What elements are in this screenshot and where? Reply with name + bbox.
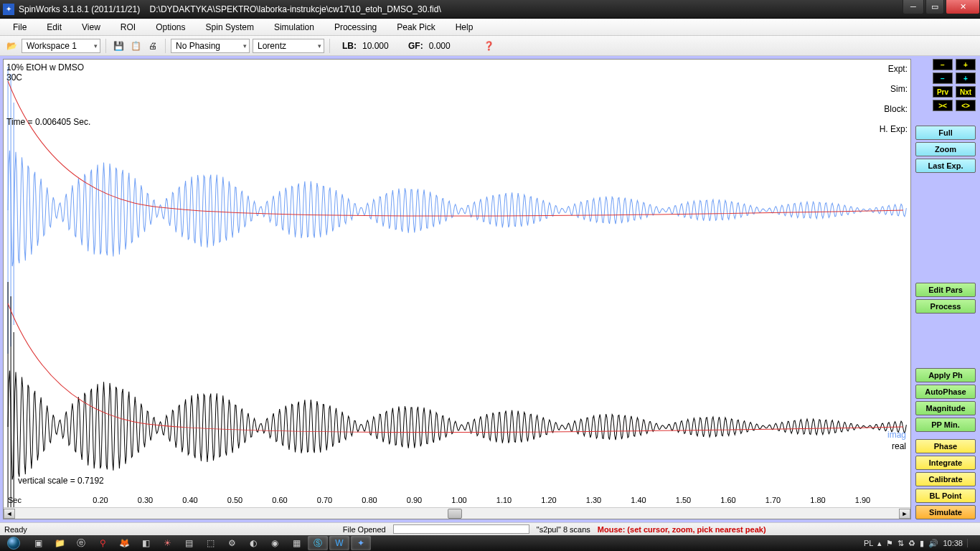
- taskbar-app1-icon[interactable]: ◧: [136, 536, 156, 550]
- taskbar-ie-icon[interactable]: ⓔ: [71, 536, 91, 550]
- taskbar-explorer-icon[interactable]: 📁: [50, 536, 70, 550]
- taskbar-pin-icon[interactable]: ⚲: [93, 536, 113, 550]
- horizontal-scrollbar[interactable]: ◄ ►: [4, 507, 910, 519]
- menu-spin-system[interactable]: Spin System: [196, 20, 264, 34]
- maximize-button[interactable]: ▭: [925, 0, 944, 14]
- menu-file[interactable]: File: [3, 20, 37, 34]
- plot-area[interactable]: 10% EtOH w DMSO 30C Time = 0.006405 Sec.…: [3, 59, 911, 519]
- fid-waveform: [4, 60, 910, 519]
- statusbar: Ready File Opened "s2pul" 8 scans Mouse:…: [0, 522, 980, 535]
- sample-label-2: 30C: [6, 72, 22, 83]
- taskbar-firefox-icon[interactable]: 🦊: [114, 536, 134, 550]
- minimize-button[interactable]: ─: [903, 0, 924, 14]
- x-tick: 0.40: [182, 496, 197, 504]
- sim-buttons: − +: [915, 72, 976, 84]
- print-icon[interactable]: 🖨: [146, 39, 160, 53]
- menu-roi[interactable]: ROI: [110, 20, 146, 34]
- taskbar-app4-icon[interactable]: ⬚: [200, 536, 220, 550]
- x-tick: 1.30: [586, 496, 601, 504]
- menu-help[interactable]: Help: [446, 20, 484, 34]
- tray-wifi-icon[interactable]: ▮: [920, 539, 924, 548]
- lb-label: LB:: [342, 41, 357, 51]
- menu-view[interactable]: View: [72, 20, 110, 34]
- status-ready: Ready: [4, 525, 27, 534]
- tray-vol-icon[interactable]: 🔊: [928, 539, 938, 548]
- sim-plus-button[interactable]: +: [956, 72, 976, 84]
- expt-minus-button[interactable]: −: [933, 59, 953, 70]
- gf-value[interactable]: 0.000: [429, 41, 465, 51]
- open-icon[interactable]: 📂: [4, 39, 19, 53]
- x-tick: 0.60: [272, 496, 287, 504]
- x-tick: 1.10: [496, 496, 512, 504]
- tray-net-icon[interactable]: ⇅: [897, 539, 904, 548]
- expt-plus-button[interactable]: +: [956, 59, 976, 70]
- taskbar-media-icon[interactable]: ▣: [28, 536, 48, 550]
- hexp-expand-button[interactable]: <>: [956, 100, 976, 111]
- calibrate-button[interactable]: Calibrate: [915, 472, 976, 486]
- blpoint-button[interactable]: BL Point: [915, 489, 976, 503]
- block-next-button[interactable]: Nxt: [956, 86, 976, 98]
- taskbar-app6-icon[interactable]: ◐: [243, 536, 263, 550]
- spacer: [915, 113, 976, 123]
- tray-shield-icon[interactable]: ♻: [908, 539, 915, 548]
- magnitude-button[interactable]: Magnitude: [915, 401, 976, 415]
- copy-icon[interactable]: 📋: [128, 39, 143, 53]
- menu-edit[interactable]: Edit: [37, 20, 72, 34]
- scroll-left-icon[interactable]: ◄: [4, 509, 15, 519]
- process-button[interactable]: Process: [915, 299, 976, 314]
- scroll-right-icon[interactable]: ►: [899, 509, 910, 519]
- help-icon[interactable]: ❓: [482, 39, 496, 53]
- editpars-button[interactable]: Edit Pars: [915, 283, 976, 297]
- phasing-combo[interactable]: No Phasing: [171, 39, 250, 53]
- lb-value[interactable]: 10.000: [362, 41, 398, 51]
- menu-options[interactable]: Options: [146, 20, 195, 34]
- zoom-button[interactable]: Zoom: [915, 142, 976, 156]
- autophase-button[interactable]: AutoPhase: [915, 385, 976, 399]
- tray-up-icon[interactable]: ▴: [877, 539, 882, 548]
- spacer: [915, 434, 976, 437]
- tray-lang[interactable]: PL: [864, 539, 873, 547]
- taskbar-word-icon[interactable]: W: [329, 536, 349, 550]
- show-desktop-button[interactable]: [967, 539, 974, 547]
- close-button[interactable]: ✕: [946, 0, 980, 14]
- tray-clock[interactable]: 10:38: [943, 539, 963, 547]
- menu-simulation[interactable]: Simulation: [264, 20, 324, 34]
- taskbar-chrome-icon[interactable]: ◉: [265, 536, 285, 550]
- taskbar-app5-icon[interactable]: ⚙: [222, 536, 242, 550]
- gf-label: GF:: [408, 41, 423, 51]
- lastexp-button[interactable]: Last Exp.: [915, 159, 976, 173]
- spacer: [915, 175, 976, 281]
- start-button[interactable]: [0, 535, 27, 551]
- x-tick: 0.30: [138, 496, 153, 504]
- taskbar-app2-icon[interactable]: ☀: [157, 536, 177, 550]
- hexp-buttons: >< <>: [915, 100, 976, 111]
- taskbar-app7-icon[interactable]: ▦: [286, 536, 306, 550]
- menu-processing[interactable]: Processing: [324, 20, 387, 34]
- integrate-button[interactable]: Integrate: [915, 456, 976, 470]
- taskbar-spinworks-icon[interactable]: ✦: [351, 536, 371, 550]
- x-tick: 1.00: [451, 496, 466, 504]
- scroll-thumb[interactable]: [448, 509, 462, 519]
- full-button[interactable]: Full: [915, 126, 976, 140]
- x-axis-unit: Sec: [8, 496, 22, 504]
- hexp-contract-button[interactable]: ><: [933, 100, 953, 111]
- tray-flag-icon[interactable]: ⚑: [886, 539, 893, 548]
- block-label: Block:: [884, 104, 908, 114]
- sim-minus-button[interactable]: −: [933, 72, 953, 84]
- taskbar-app3-icon[interactable]: ▤: [179, 536, 199, 550]
- phase-button[interactable]: Phase: [915, 439, 976, 453]
- workspace-combo[interactable]: Workspace 1: [22, 39, 100, 53]
- simulate-button[interactable]: Simulate: [915, 505, 976, 519]
- x-tick: 1.50: [676, 496, 691, 504]
- ppmin-button[interactable]: PP Min.: [915, 418, 976, 432]
- x-tick: 1.40: [631, 496, 646, 504]
- applyph-button[interactable]: Apply Ph: [915, 368, 976, 382]
- window-combo[interactable]: Lorentz: [253, 39, 324, 53]
- x-tick: 0.90: [407, 496, 422, 504]
- menu-peak-pick[interactable]: Peak Pick: [387, 20, 445, 34]
- taskbar-skype-icon[interactable]: Ⓢ: [308, 536, 328, 550]
- save-icon[interactable]: 💾: [111, 39, 126, 53]
- spacer: [915, 316, 976, 366]
- block-prev-button[interactable]: Prv: [933, 86, 953, 98]
- vertical-scale-label: vertical scale = 0.7192: [18, 476, 104, 486]
